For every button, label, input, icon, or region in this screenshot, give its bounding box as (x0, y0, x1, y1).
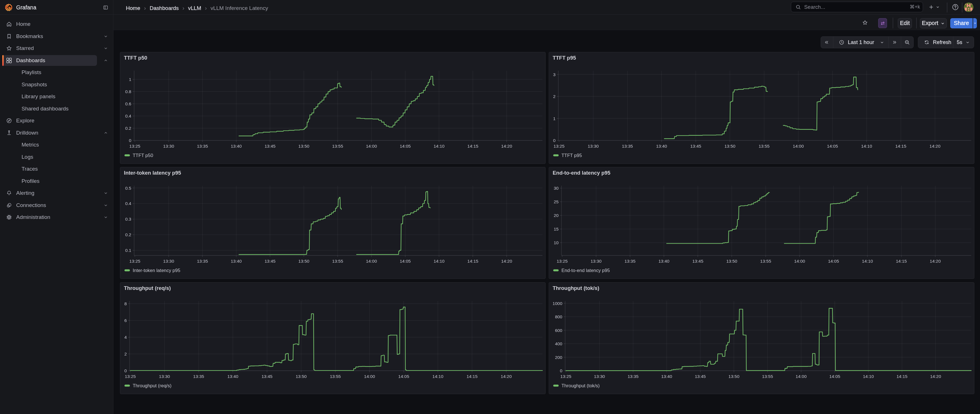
svg-text:13:45: 13:45 (692, 259, 703, 264)
svg-text:Throughput (tok/s): Throughput (tok/s) (562, 383, 600, 388)
svg-text:13:30: 13:30 (594, 374, 605, 379)
svg-text:2: 2 (124, 352, 127, 356)
svg-text:13:40: 13:40 (231, 259, 242, 264)
svg-text:0: 0 (129, 138, 131, 143)
svg-text:30: 30 (554, 186, 558, 190)
svg-text:14:15: 14:15 (467, 259, 478, 264)
svg-text:End-to-end latency p95: End-to-end latency p95 (553, 170, 611, 176)
svg-text:14:10: 14:10 (434, 144, 445, 149)
svg-text:14:20: 14:20 (501, 374, 512, 379)
svg-text:0.2: 0.2 (125, 126, 131, 131)
svg-text:13:50: 13:50 (298, 144, 309, 149)
svg-text:13:55: 13:55 (759, 144, 770, 149)
svg-text:Throughput (tok/s): Throughput (tok/s) (553, 285, 599, 291)
svg-text:14:10: 14:10 (861, 144, 872, 149)
svg-text:13:45: 13:45 (695, 374, 706, 379)
svg-text:14:15: 14:15 (467, 144, 478, 149)
svg-text:15: 15 (554, 227, 558, 232)
svg-text:25: 25 (554, 199, 558, 204)
svg-text:13:35: 13:35 (622, 144, 633, 149)
svg-text:13:25: 13:25 (129, 144, 140, 149)
svg-text:TTFT p95: TTFT p95 (562, 153, 582, 158)
svg-text:13:40: 13:40 (228, 374, 239, 379)
svg-text:14:10: 14:10 (862, 374, 873, 379)
svg-text:1: 1 (553, 116, 555, 121)
svg-text:13:40: 13:40 (656, 144, 667, 149)
svg-text:TTFT p95: TTFT p95 (553, 55, 576, 61)
svg-text:13:25: 13:25 (125, 374, 136, 379)
svg-text:13:25: 13:25 (554, 144, 565, 149)
svg-text:14:05: 14:05 (398, 374, 409, 379)
svg-text:13:45: 13:45 (261, 374, 272, 379)
svg-text:TTFT p50: TTFT p50 (124, 55, 147, 61)
svg-text:14:00: 14:00 (794, 259, 805, 264)
svg-text:13:25: 13:25 (560, 374, 571, 379)
svg-text:6: 6 (124, 318, 127, 323)
svg-text:13:30: 13:30 (587, 144, 598, 149)
svg-text:14:00: 14:00 (792, 144, 803, 149)
svg-text:Inter-token latency p95: Inter-token latency p95 (124, 170, 181, 176)
svg-text:13:50: 13:50 (726, 259, 737, 264)
svg-text:13:45: 13:45 (264, 144, 275, 149)
svg-text:0.6: 0.6 (125, 101, 131, 106)
svg-text:TTFT p50: TTFT p50 (133, 153, 153, 158)
svg-text:13:50: 13:50 (724, 144, 735, 149)
svg-text:13:55: 13:55 (332, 144, 343, 149)
svg-text:10: 10 (554, 240, 558, 245)
svg-text:14:05: 14:05 (400, 259, 411, 264)
svg-text:14:00: 14:00 (366, 144, 377, 149)
svg-text:13:45: 13:45 (690, 144, 701, 149)
svg-text:2: 2 (553, 94, 555, 99)
svg-text:13:35: 13:35 (193, 374, 204, 379)
svg-text:0.4: 0.4 (125, 201, 131, 206)
svg-text:13:40: 13:40 (231, 144, 242, 149)
svg-text:14:05: 14:05 (400, 144, 411, 149)
svg-text:13:30: 13:30 (163, 259, 174, 264)
svg-text:13:30: 13:30 (163, 144, 174, 149)
svg-text:13:25: 13:25 (129, 259, 140, 264)
svg-text:0.8: 0.8 (125, 89, 131, 94)
svg-text:14:20: 14:20 (501, 144, 512, 149)
svg-text:13:35: 13:35 (197, 259, 208, 264)
svg-text:14:20: 14:20 (501, 259, 512, 264)
svg-text:0.2: 0.2 (125, 232, 131, 237)
svg-text:Throughput (req/s): Throughput (req/s) (124, 285, 171, 291)
svg-text:13:55: 13:55 (760, 259, 771, 264)
svg-text:400: 400 (555, 341, 562, 346)
svg-text:13:50: 13:50 (296, 374, 307, 379)
svg-text:3: 3 (553, 72, 555, 77)
svg-text:14:15: 14:15 (466, 374, 477, 379)
svg-text:13:30: 13:30 (590, 259, 601, 264)
svg-text:0: 0 (124, 368, 127, 373)
svg-text:13:55: 13:55 (332, 259, 343, 264)
svg-text:0: 0 (553, 138, 555, 143)
svg-text:14:20: 14:20 (930, 374, 941, 379)
svg-text:13:50: 13:50 (728, 374, 739, 379)
svg-text:13:50: 13:50 (298, 259, 309, 264)
svg-text:14:10: 14:10 (434, 259, 445, 264)
svg-text:1: 1 (129, 77, 131, 82)
svg-text:13:25: 13:25 (557, 259, 568, 264)
svg-text:0.4: 0.4 (125, 113, 131, 118)
svg-text:800: 800 (555, 314, 562, 319)
svg-text:14:00: 14:00 (795, 374, 807, 379)
svg-text:14:05: 14:05 (829, 374, 840, 379)
svg-text:8: 8 (124, 301, 127, 306)
svg-text:14:05: 14:05 (827, 144, 838, 149)
svg-text:13:40: 13:40 (661, 374, 672, 379)
svg-text:600: 600 (555, 328, 562, 333)
svg-text:0.3: 0.3 (125, 217, 131, 222)
svg-text:14:15: 14:15 (896, 374, 907, 379)
svg-text:14:15: 14:15 (896, 259, 907, 264)
svg-text:14:20: 14:20 (929, 144, 940, 149)
svg-text:13:55: 13:55 (330, 374, 341, 379)
svg-text:13:40: 13:40 (658, 259, 669, 264)
svg-text:14:15: 14:15 (895, 144, 906, 149)
svg-text:Inter-token latency p95: Inter-token latency p95 (133, 267, 180, 273)
svg-text:0.5: 0.5 (125, 185, 131, 190)
svg-text:14:00: 14:00 (366, 259, 377, 264)
svg-text:0.1: 0.1 (125, 248, 131, 253)
svg-text:14:05: 14:05 (828, 259, 839, 264)
svg-text:14:00: 14:00 (364, 374, 375, 379)
svg-text:13:55: 13:55 (762, 374, 773, 379)
